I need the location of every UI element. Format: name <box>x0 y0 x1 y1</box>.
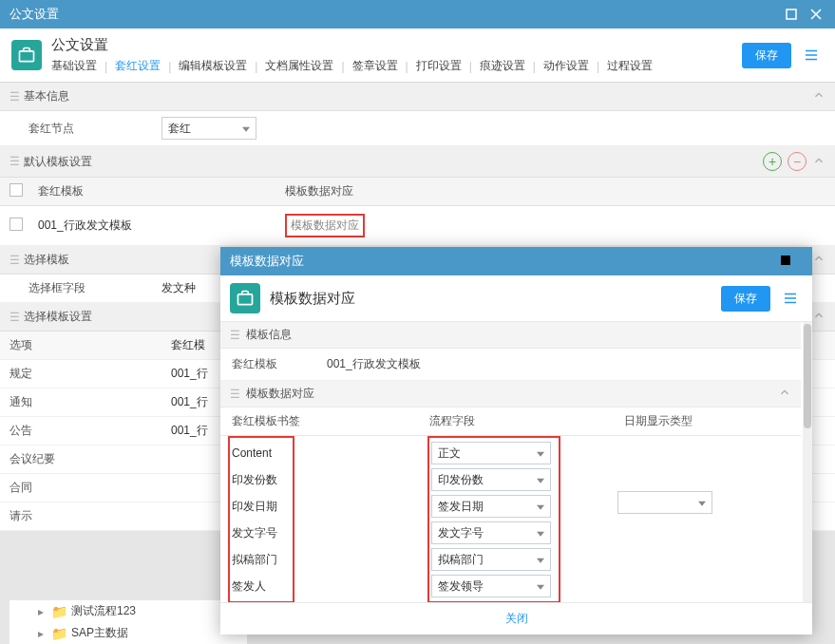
tree-panel: ▸📁测试流程123 ▸📁SAP主数据 <box>9 600 247 644</box>
dialog-section-info: ☰ 模板信息 <box>220 322 801 349</box>
collapse-icon[interactable] <box>778 386 791 402</box>
remove-button[interactable]: − <box>788 152 807 171</box>
main-window-title: 公文设置 <box>9 6 776 23</box>
tab-basic[interactable]: 基础设置 <box>51 58 97 74</box>
dialog-save-button[interactable]: 保存 <box>721 286 770 312</box>
main-titlebar: 公文设置 <box>0 0 835 28</box>
field-select[interactable]: 签发领导 <box>431 575 551 597</box>
list-view-icon[interactable] <box>799 43 824 67</box>
field-select[interactable]: 签发日期 <box>431 495 551 518</box>
svg-rect-2 <box>781 256 790 265</box>
drag-handle-icon: ☰ <box>9 90 18 104</box>
taohong-node-row: 套红节点 套红 <box>0 111 835 146</box>
col-tpl: 套红模 <box>171 337 205 353</box>
tree-item[interactable]: ▸📁测试流程123 <box>9 600 247 622</box>
main-save-button[interactable]: 保存 <box>742 43 791 68</box>
date-type-select[interactable] <box>617 491 712 514</box>
dialog-close-link[interactable]: 关闭 <box>505 612 528 625</box>
tab-action[interactable]: 动作设置 <box>543 58 589 74</box>
tpl-cell: 001_行 <box>171 423 208 439</box>
svg-rect-3 <box>238 294 253 305</box>
collapse-icon[interactable] <box>812 309 826 325</box>
taohong-node-label: 套红节点 <box>9 121 161 137</box>
tab-print[interactable]: 打印设置 <box>416 58 462 74</box>
select-field-value: 发文种 <box>161 280 196 296</box>
field-select[interactable]: 正文 <box>431 442 551 464</box>
option-cell: 合同 <box>9 480 171 496</box>
drag-handle-icon: ☰ <box>9 155 18 168</box>
mapping-link[interactable]: 模板数据对应 <box>291 218 359 232</box>
collapse-icon[interactable] <box>812 252 826 268</box>
drag-handle-icon: ☰ <box>9 254 18 267</box>
select-field-label: 选择框字段 <box>9 280 161 296</box>
select-all-checkbox[interactable] <box>9 183 23 197</box>
drag-handle-icon: ☰ <box>230 329 240 342</box>
briefcase-icon <box>230 283 260 313</box>
col-field: 流程字段 <box>429 413 624 429</box>
dialog-tpl-label: 套红模板 <box>232 356 327 372</box>
briefcase-icon <box>11 40 42 70</box>
template-name: 001_行政发文模板 <box>38 218 285 234</box>
col-date: 日期显示类型 <box>624 413 789 429</box>
option-cell: 规定 <box>9 366 171 382</box>
main-maximize-button[interactable] <box>782 5 801 24</box>
tab-bar: 基础设置| 套红设置| 编辑模板设置| 文档属性设置| 签章设置| 打印设置| … <box>51 58 742 74</box>
col-bookmark: 套红模板书签 <box>232 413 429 429</box>
tpl-cell: 001_行 <box>171 394 208 410</box>
tab-trace[interactable]: 痕迹设置 <box>480 58 525 74</box>
dialog-maximize-button[interactable] <box>780 255 791 269</box>
tree-item[interactable]: ▸📁SAP主数据 <box>9 622 247 644</box>
main-header: 公文设置 基础设置| 套红设置| 编辑模板设置| 文档属性设置| 签章设置| 打… <box>0 28 835 83</box>
field-select[interactable]: 印发份数 <box>431 468 551 491</box>
field-select[interactable]: 拟稿部门 <box>431 548 551 571</box>
add-button[interactable]: + <box>763 152 782 171</box>
option-cell: 会议纪要 <box>9 451 171 467</box>
collapse-icon[interactable] <box>812 88 826 104</box>
dialog-footer: 关闭 <box>220 602 812 635</box>
col-option: 选项 <box>9 337 171 353</box>
field-select[interactable]: 发文字号 <box>431 521 551 544</box>
section-basic-info: ☰ 基本信息 <box>0 83 835 111</box>
section-title: 基本信息 <box>24 88 812 104</box>
dialog-header-title: 模板数据对应 <box>270 290 721 308</box>
row-checkbox[interactable] <box>9 218 23 231</box>
taohong-node-select[interactable]: 套红 <box>161 117 256 140</box>
scrollbar-thumb[interactable] <box>804 324 811 428</box>
mapping-dialog: 模板数据对应 模板数据对应 保存 ☰ 模板信息 套红模板 001_行政发文模板 … <box>220 247 812 635</box>
tab-taohong[interactable]: 套红设置 <box>115 58 161 74</box>
list-view-icon[interactable] <box>778 286 803 311</box>
option-cell: 请示 <box>9 508 171 524</box>
option-cell: 通知 <box>9 394 171 410</box>
bookmark-cell: Content <box>232 440 289 466</box>
scrollbar[interactable] <box>803 322 812 602</box>
dialog-titlebar: 模板数据对应 <box>220 247 812 275</box>
tpl-cell: 001_行 <box>171 366 208 382</box>
dialog-tpl-value: 001_行政发文模板 <box>327 356 789 372</box>
col-mapping: 模板数据对应 <box>285 183 826 199</box>
tab-process[interactable]: 过程设置 <box>607 58 653 74</box>
tab-edit-template[interactable]: 编辑模板设置 <box>179 58 247 74</box>
dialog-columns: 套红模板书签 流程字段 日期显示类型 <box>220 407 801 436</box>
svg-rect-0 <box>787 9 796 19</box>
bookmark-cell: 印发份数 <box>232 466 289 493</box>
dialog-section-mapping: ☰ 模板数据对应 <box>220 381 801 407</box>
dialog-template-row: 套红模板 001_行政发文模板 <box>220 349 801 381</box>
dialog-title: 模板数据对应 <box>230 253 780 270</box>
option-cell: 公告 <box>9 423 171 439</box>
section-default-template: ☰ 默认模板设置 + − <box>0 146 835 178</box>
drag-handle-icon: ☰ <box>230 388 240 401</box>
tab-doc-props[interactable]: 文档属性设置 <box>265 58 333 74</box>
drag-handle-icon: ☰ <box>9 311 18 324</box>
bookmark-cell: 拟稿部门 <box>232 546 289 573</box>
collapse-icon[interactable] <box>812 154 826 170</box>
bookmark-cell: 签发人 <box>232 573 289 599</box>
col-template: 套红模板 <box>38 183 285 199</box>
tab-stamp[interactable]: 签章设置 <box>352 58 398 74</box>
section-title: 默认模板设置 <box>24 154 763 170</box>
main-close-button[interactable] <box>807 5 826 24</box>
folder-icon: 📁 <box>51 626 67 641</box>
page-title: 公文设置 <box>51 36 742 54</box>
template-row: 001_行政发文模板 模板数据对应 <box>0 206 835 246</box>
dialog-close-button[interactable] <box>791 255 803 269</box>
bookmark-cell: 印发日期 <box>232 493 289 520</box>
